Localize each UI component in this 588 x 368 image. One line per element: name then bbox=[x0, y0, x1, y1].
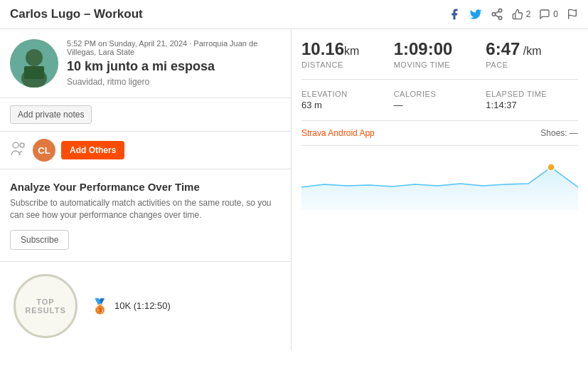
comments-count: 0 bbox=[553, 9, 558, 19]
stat-distance-label: Distance bbox=[301, 61, 394, 69]
detail-calories-value: — bbox=[394, 100, 486, 110]
flag-icon[interactable] bbox=[567, 9, 578, 20]
likes-count: 2 bbox=[526, 9, 531, 19]
svg-marker-12 bbox=[301, 167, 578, 210]
links-row: Strava Android App Shoes: — bbox=[301, 121, 578, 146]
detail-calories-label: Calories bbox=[394, 90, 486, 98]
detail-elevation-label: Elevation bbox=[301, 90, 394, 98]
add-others-button[interactable]: Add Others bbox=[61, 141, 124, 159]
page-title: Carlos Lugo – Workout bbox=[10, 7, 143, 21]
detail-calories: Calories — bbox=[394, 90, 486, 110]
svg-point-11 bbox=[20, 143, 24, 147]
athlete-group-icon bbox=[10, 142, 27, 159]
header-icons: 2 0 bbox=[448, 8, 578, 21]
chart-area bbox=[301, 153, 578, 210]
likes-icon[interactable]: 2 bbox=[512, 9, 531, 20]
stat-distance-value: 10.16km bbox=[301, 39, 394, 59]
detail-elevation: Elevation 63 m bbox=[301, 90, 394, 110]
stat-pace-label: Pace bbox=[486, 61, 578, 69]
workout-details: 5:52 PM on Sunday, April 21, 2024 · Parr… bbox=[67, 39, 281, 88]
performance-title: Analyze Your Performance Over Time bbox=[10, 181, 281, 193]
workout-subtitle: Suavidad, ritmo ligero bbox=[67, 77, 281, 87]
trophy-container: TOP RESULTS bbox=[10, 270, 81, 342]
left-panel: 5:52 PM on Sunday, April 21, 2024 · Parr… bbox=[0, 29, 292, 350]
stat-moving-time-value: 1:09:00 bbox=[394, 39, 486, 59]
detail-elevation-value: 63 m bbox=[301, 100, 394, 110]
svg-point-7 bbox=[26, 49, 43, 66]
detail-elapsed-time: Elapsed Time 1:14:37 bbox=[486, 90, 578, 110]
top-results-label-top: TOP bbox=[36, 298, 54, 306]
workout-info: 5:52 PM on Sunday, April 21, 2024 · Parr… bbox=[0, 29, 291, 98]
main-content: 5:52 PM on Sunday, April 21, 2024 · Parr… bbox=[0, 29, 588, 350]
svg-rect-9 bbox=[24, 66, 44, 79]
subscribe-button[interactable]: Subscribe bbox=[10, 230, 69, 250]
athletes-row: CL Add Others bbox=[0, 132, 291, 169]
stat-moving-time: 1:09:00 Moving Time bbox=[394, 39, 486, 69]
medal-icon: 🥉 bbox=[91, 298, 109, 315]
private-notes-button[interactable]: Add private notes bbox=[10, 105, 92, 124]
detail-elapsed-value: 1:14:37 bbox=[486, 100, 578, 110]
strava-app-link[interactable]: Strava Android App bbox=[301, 128, 375, 138]
svg-line-3 bbox=[495, 15, 498, 17]
top-results-label-bot: RESULTS bbox=[25, 306, 66, 315]
stat-pace-value: 6:47 /km bbox=[486, 39, 578, 59]
workout-name: 10 km junto a mi esposa bbox=[67, 59, 281, 74]
athlete-avatar: CL bbox=[33, 139, 55, 162]
private-notes-section: Add private notes bbox=[0, 98, 291, 132]
comments-icon[interactable]: 0 bbox=[539, 9, 558, 20]
stat-moving-time-label: Moving Time bbox=[394, 61, 486, 69]
svg-point-0 bbox=[498, 9, 502, 13]
right-panel: 10.16km Distance 1:09:00 Moving Time 6:4… bbox=[292, 29, 588, 350]
stat-pace: 6:47 /km Pace bbox=[486, 39, 578, 69]
details-grid: Elevation 63 m Calories — Elapsed Time 1… bbox=[301, 90, 578, 121]
performance-desc: Subscribe to automatically match activit… bbox=[10, 197, 281, 221]
workout-meta: 5:52 PM on Sunday, April 21, 2024 · Parr… bbox=[67, 39, 281, 56]
svg-line-4 bbox=[495, 11, 498, 14]
detail-elapsed-label: Elapsed Time bbox=[486, 90, 578, 98]
svg-point-1 bbox=[492, 13, 496, 16]
result-item: 🥉 10K (1:12:50) bbox=[91, 298, 171, 315]
share-icon[interactable] bbox=[491, 8, 503, 21]
header: Carlos Lugo – Workout 2 0 bbox=[0, 0, 588, 29]
performance-chart bbox=[301, 153, 578, 210]
trophy-circle: TOP RESULTS bbox=[14, 274, 77, 338]
svg-point-2 bbox=[498, 16, 502, 20]
stat-distance: 10.16km Distance bbox=[301, 39, 394, 69]
twitter-icon[interactable] bbox=[469, 8, 482, 21]
performance-section: Analyze Your Performance Over Time Subsc… bbox=[0, 169, 291, 262]
facebook-icon[interactable] bbox=[448, 8, 461, 21]
svg-point-13 bbox=[547, 164, 555, 171]
svg-point-10 bbox=[13, 142, 18, 148]
stats-grid: 10.16km Distance 1:09:00 Moving Time 6:4… bbox=[301, 39, 578, 80]
avatar bbox=[10, 39, 58, 88]
result-text: 10K (1:12:50) bbox=[114, 300, 171, 311]
top-results-section: TOP RESULTS 🥉 10K (1:12:50) bbox=[0, 262, 291, 350]
shoes-text: Shoes: — bbox=[540, 128, 578, 138]
